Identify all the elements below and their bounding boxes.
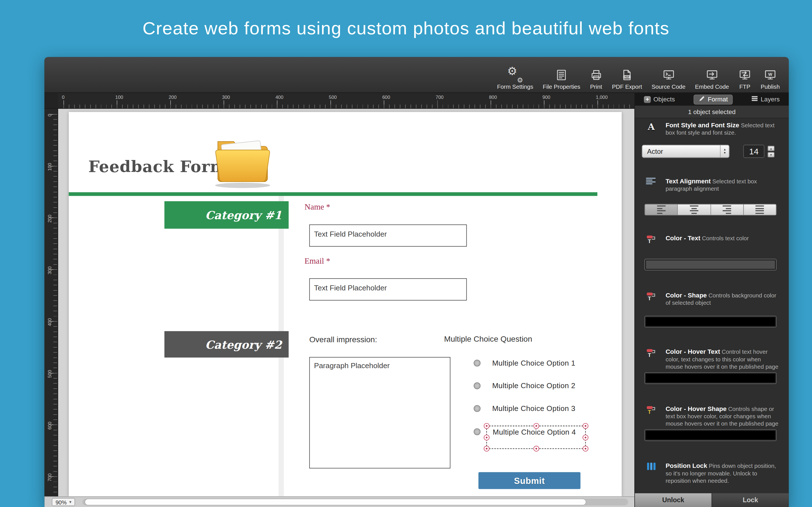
unlock-button[interactable]: Unlock (635, 493, 712, 507)
name-field[interactable]: Text Field Placeholder (309, 224, 467, 247)
font-style-section: A Font Style and Font Size Selected text… (635, 121, 789, 136)
horizontal-scrollbar[interactable] (83, 499, 628, 505)
panel-tabbar: + Objects Format Layers (635, 93, 789, 106)
selection-handle[interactable] (582, 435, 589, 441)
section-desc: Controls text color (702, 235, 749, 241)
submit-button[interactable]: Submit (478, 472, 580, 489)
ruler-label: 1,000 (596, 95, 608, 100)
align-justify-button[interactable] (744, 205, 776, 215)
zoom-value: 90% (56, 499, 66, 505)
toolbar-button-form-settings[interactable]: ⚙⚙ Form Settings (492, 67, 538, 90)
font-size-field[interactable]: 14 (743, 145, 764, 158)
toolbar-button-label: PDF Export (612, 83, 642, 90)
printer-icon (590, 67, 603, 83)
radio-icon[interactable] (474, 428, 480, 435)
email-label[interactable]: Email * (305, 256, 330, 266)
position-lock-icon (645, 462, 658, 473)
toolbar-button-embed-code[interactable]: Embed Code (690, 67, 733, 90)
align-left-button[interactable] (645, 205, 678, 215)
toolbar-button-print[interactable]: Print (585, 67, 607, 90)
toolbar-button-pdf-export[interactable]: PDF PDF Export (607, 67, 647, 90)
option-label: Multiple Choice Option 2 (492, 381, 575, 390)
app-window: ⚙⚙ Form Settings File Properties Print P… (45, 57, 789, 507)
color-shape-section: T Color - Shape Controls background colo… (635, 291, 789, 306)
canvas-statusbar: 90% ▾ (45, 497, 635, 507)
radio-icon[interactable] (474, 359, 480, 366)
lock-button[interactable]: Lock (712, 493, 789, 507)
tab-layers[interactable]: Layers (746, 94, 784, 105)
selection-handle[interactable] (582, 423, 589, 429)
radio-icon[interactable] (474, 382, 480, 389)
stepper-down-icon[interactable]: ▼ (768, 152, 774, 157)
svg-text:T: T (648, 295, 651, 301)
tab-label: Objects (654, 96, 675, 103)
multiple-choice-option-4[interactable] (474, 427, 480, 436)
category1-box[interactable]: Category #1 (164, 201, 289, 229)
folder-image[interactable] (210, 130, 275, 189)
section-title: Color - Hover Text (666, 348, 720, 355)
shape-color-swatch[interactable] (645, 316, 777, 327)
hover-text-color-swatch[interactable] (645, 372, 777, 384)
form-title[interactable]: Feedback Form (88, 158, 227, 176)
file-properties-icon (555, 67, 568, 83)
toolbar-button-file-properties[interactable]: File Properties (538, 67, 585, 90)
text-alignment-icon (645, 177, 658, 187)
font-size-value: 14 (749, 147, 758, 156)
section-title: Color - Hover Shape (666, 405, 726, 412)
name-label[interactable]: Name * (305, 202, 330, 212)
align-right-button[interactable] (711, 205, 744, 215)
selection-handle[interactable] (582, 446, 589, 452)
horizontal-ruler: 01002003004005006007008009001,000 (58, 93, 635, 109)
font-family-dropdown[interactable]: Actor ▲▼ (642, 145, 729, 158)
text-color-swatch[interactable] (645, 259, 777, 270)
toolbar-button-label: Source Code (652, 83, 686, 90)
toolbar-button-label: FTP (739, 83, 750, 90)
ruler-label: 600 (382, 95, 390, 100)
hover-shape-color-swatch[interactable] (645, 429, 777, 441)
toolbar-button-ftp[interactable]: FTP (733, 67, 756, 90)
multiple-choice-question-label[interactable]: Multiple Choice Question (444, 334, 532, 343)
selection-handle[interactable] (484, 423, 490, 429)
font-style-icon: A (645, 121, 658, 132)
source-code-icon (662, 67, 675, 83)
selection-handle[interactable] (484, 446, 490, 452)
radio-icon[interactable] (474, 405, 480, 411)
toolbar-button-label: File Properties (543, 83, 580, 90)
selection-handle[interactable] (534, 446, 539, 452)
scrollbar-thumb[interactable] (85, 499, 587, 505)
layers-icon (751, 95, 758, 104)
app-screen: Create web forms using custom photos and… (0, 0, 812, 507)
section-title: Color - Shape (666, 291, 707, 299)
svg-text:T: T (648, 409, 651, 414)
ruler-label: 300 (47, 267, 52, 274)
tab-label: Layers (761, 96, 780, 103)
alignment-segmented-control (645, 204, 777, 216)
selection-handle[interactable] (534, 423, 539, 429)
category2-box[interactable]: Category #2 (164, 331, 289, 358)
format-panel: + Objects Format Layers 1 object selecte… (635, 93, 789, 507)
multiple-choice-option-1[interactable]: Multiple Choice Option 1 (474, 358, 575, 368)
font-size-stepper[interactable]: ▲ ▼ (768, 146, 774, 157)
ruler-label: 900 (543, 95, 550, 100)
divider-line[interactable] (69, 192, 598, 196)
tab-format[interactable]: Format (694, 94, 733, 105)
toolbar-button-publish[interactable]: W Publish (756, 67, 784, 90)
color-text-section: T Color - Text Controls text color (635, 235, 789, 242)
selected-object-outline[interactable]: Multiple Choice Option 4 (486, 426, 586, 449)
tab-objects[interactable]: + Objects (639, 94, 680, 105)
multiple-choice-option-3[interactable]: Multiple Choice Option 3 (474, 404, 575, 413)
paragraph-field[interactable]: Paragraph Placeholder (309, 357, 451, 469)
toolbar-button-source-code[interactable]: Source Code (647, 67, 690, 90)
align-center-button[interactable] (678, 205, 711, 215)
position-lock-buttons: Unlock Lock (635, 493, 789, 507)
stepper-up-icon[interactable]: ▲ (768, 146, 774, 151)
ruler-corner (45, 93, 58, 109)
multiple-choice-option-2[interactable]: Multiple Choice Option 2 (474, 381, 575, 390)
overall-impression-label[interactable]: Overall impression: (309, 335, 377, 344)
selection-handle[interactable] (484, 435, 490, 441)
zoom-control[interactable]: 90% ▾ (52, 498, 75, 506)
toolbar-button-label: Print (590, 83, 602, 90)
chevron-down-icon: ▾ (69, 500, 71, 504)
tab-label: Format (708, 96, 728, 103)
email-field[interactable]: Text Field Placeholder (309, 278, 467, 300)
